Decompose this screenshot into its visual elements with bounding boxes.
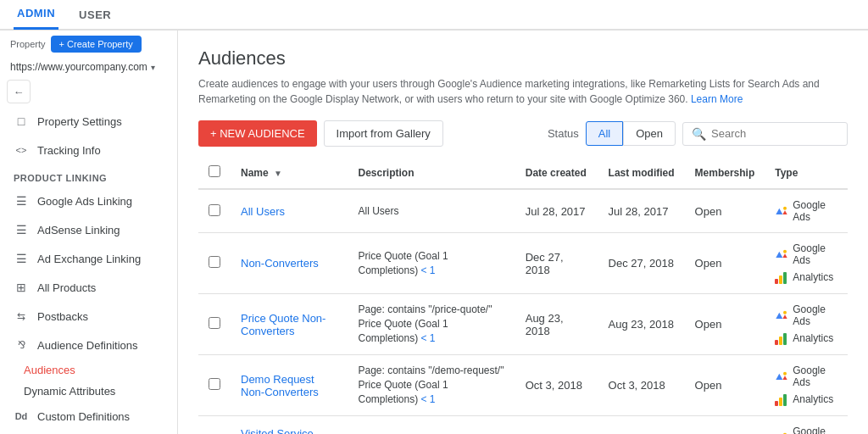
date-created: Jul 28, 2017 bbox=[515, 189, 598, 233]
nav-item-admin[interactable]: ADMIN bbox=[14, 0, 58, 30]
sidebar-sub-item-audiences[interactable]: Audiences bbox=[0, 359, 177, 381]
membership-status: Open bbox=[685, 416, 765, 435]
sidebar: Property + Create Property https://www.y… bbox=[0, 31, 178, 434]
type-cell: Google Ads Analytics bbox=[765, 416, 848, 434]
last-modified: Oct 3, 2018 bbox=[598, 355, 685, 416]
type-badge: Analytics bbox=[775, 331, 837, 346]
membership-status: Open bbox=[685, 355, 765, 416]
ad-exchange-icon: ☰ bbox=[14, 251, 29, 266]
type-label: Google Ads bbox=[793, 303, 837, 327]
type-badge: Google Ads bbox=[775, 303, 837, 328]
property-label: Property bbox=[10, 39, 46, 49]
google-ads-type-icon bbox=[775, 204, 788, 218]
learn-more-link[interactable]: Learn More bbox=[691, 93, 743, 105]
type-badge: Analytics bbox=[775, 392, 837, 407]
sidebar-label: Ad Exchange Linking bbox=[37, 253, 141, 265]
row-checkbox[interactable] bbox=[209, 256, 220, 268]
import-from-gallery-button[interactable]: Import from Gallery bbox=[324, 120, 443, 147]
search-box[interactable]: 🔍 bbox=[682, 122, 848, 146]
new-audience-label: + NEW AUDIENCE bbox=[210, 127, 305, 140]
new-audience-button[interactable]: + NEW AUDIENCE bbox=[198, 120, 317, 147]
audience-name-link[interactable]: Demo Request Non-Converters bbox=[241, 373, 319, 398]
date-created: Dec 27, 2018 bbox=[515, 233, 598, 294]
sidebar-label: AdSense Linking bbox=[37, 224, 120, 236]
sidebar-item-data-import[interactable]: Dd Data Import bbox=[0, 431, 177, 434]
type-label: Google Ads bbox=[793, 199, 837, 223]
row-checkbox[interactable] bbox=[209, 204, 220, 216]
date-created: Oct 3, 2018 bbox=[515, 355, 598, 416]
sidebar-label: Custom Definitions bbox=[37, 410, 130, 423]
col-date-created: Date created bbox=[515, 157, 598, 189]
sidebar-item-adsense-linking[interactable]: ☰ AdSense Linking bbox=[0, 215, 177, 244]
svg-point-0 bbox=[783, 207, 787, 210]
type-label: Google Ads bbox=[793, 242, 837, 266]
sidebar-item-custom-definitions[interactable]: Dd Custom Definitions bbox=[0, 402, 177, 431]
membership-status: Open bbox=[685, 233, 765, 294]
import-label: Import from Gallery bbox=[337, 127, 431, 140]
sidebar-item-all-products[interactable]: ⊞ All Products bbox=[0, 273, 177, 302]
type-label: Google Ads bbox=[793, 426, 837, 434]
type-badge: Google Ads bbox=[775, 425, 837, 434]
type-cell: Google Ads bbox=[765, 190, 848, 232]
sidebar-item-property-settings[interactable]: □ Property Settings bbox=[0, 107, 177, 136]
sidebar-item-google-ads-linking[interactable]: ☰ Google Ads Linking bbox=[0, 186, 177, 215]
analytics-type-icon bbox=[775, 270, 788, 284]
page-description: Create audiences to engage with your use… bbox=[198, 76, 848, 107]
col-name[interactable]: Name ▼ bbox=[231, 157, 348, 189]
type-badge: Analytics bbox=[775, 270, 837, 285]
table-row: Price Quote Non-ConvertersPage: contains… bbox=[198, 294, 848, 355]
analytics-type-icon bbox=[775, 331, 788, 345]
nav-item-user[interactable]: USER bbox=[75, 0, 114, 30]
create-property-button[interactable]: + Create Property bbox=[51, 36, 142, 53]
type-cell: Google Ads Analytics bbox=[765, 355, 848, 415]
col-membership: Membership bbox=[685, 157, 765, 189]
table-row: All UsersAll UsersJul 28, 2017Jul 28, 20… bbox=[198, 189, 848, 233]
last-modified: Dec 27, 2018 bbox=[598, 233, 685, 294]
type-label: Analytics bbox=[793, 393, 833, 405]
back-button[interactable]: ← bbox=[7, 80, 31, 103]
col-name-label: Name bbox=[241, 167, 269, 179]
membership-status: Open bbox=[685, 189, 765, 233]
back-arrow-icon: ← bbox=[14, 86, 25, 98]
audience-description: All Users bbox=[359, 205, 399, 217]
type-cell: Google Ads Analytics bbox=[765, 233, 848, 293]
search-input[interactable] bbox=[711, 127, 838, 140]
type-label: Google Ads bbox=[793, 364, 837, 388]
sidebar-sub-item-dynamic-attributes[interactable]: Dynamic Attributes bbox=[0, 381, 177, 402]
row-checkbox[interactable] bbox=[209, 317, 220, 329]
url-selector[interactable]: https://www.yourcompany.com ▾ bbox=[0, 58, 177, 76]
table-row: Non-ConvertersPrice Quote (Goal 1 Comple… bbox=[198, 233, 848, 294]
select-all-header bbox=[198, 157, 231, 189]
audience-name-link[interactable]: Visited Service Page Non-Converters bbox=[241, 427, 314, 434]
sidebar-item-audience-definitions[interactable]: ⅋ Audience Definitions bbox=[0, 331, 177, 359]
last-modified: Aug 23, 2018 bbox=[598, 294, 685, 355]
audience-description: Page: contains "/demo-request/" Price Qu… bbox=[359, 364, 504, 405]
audience-name-link[interactable]: Price Quote Non-Converters bbox=[241, 312, 326, 337]
row-checkbox[interactable] bbox=[209, 378, 220, 390]
sidebar-label: Tracking Info bbox=[37, 144, 101, 157]
filter-open-button[interactable]: Open bbox=[623, 121, 676, 146]
type-badge: Google Ads bbox=[775, 364, 837, 389]
svg-point-2 bbox=[783, 311, 787, 314]
create-property-label: + Create Property bbox=[59, 39, 133, 49]
audience-name-link[interactable]: Non-Converters bbox=[241, 257, 319, 270]
audience-name-link[interactable]: All Users bbox=[241, 205, 285, 218]
sidebar-item-ad-exchange-linking[interactable]: ☰ Ad Exchange Linking bbox=[0, 244, 177, 273]
type-badge: Google Ads bbox=[775, 198, 837, 224]
type-label: Analytics bbox=[793, 332, 833, 344]
content-area: Audiences Create audiences to engage wit… bbox=[178, 31, 868, 434]
membership-status: Open bbox=[685, 294, 765, 355]
sidebar-item-tracking-info[interactable]: <> Tracking Info bbox=[0, 136, 177, 164]
settings-icon: □ bbox=[14, 114, 29, 129]
date-created: Aug 23, 2018 bbox=[515, 416, 598, 435]
code-icon: <> bbox=[14, 142, 29, 158]
sidebar-item-postbacks[interactable]: ⇆ Postbacks bbox=[0, 302, 177, 331]
filter-all-button[interactable]: All bbox=[586, 121, 623, 146]
type-badge: Google Ads bbox=[775, 242, 837, 267]
audience-description: Page: contains "/price-quote/" Price Quo… bbox=[359, 303, 492, 344]
date-created: Aug 23, 2018 bbox=[515, 294, 598, 355]
select-all-checkbox[interactable] bbox=[209, 165, 220, 177]
page-title: Audiences bbox=[198, 47, 848, 70]
col-type: Type bbox=[765, 157, 848, 189]
product-linking-section-label: PRODUCT LINKING bbox=[0, 164, 177, 186]
